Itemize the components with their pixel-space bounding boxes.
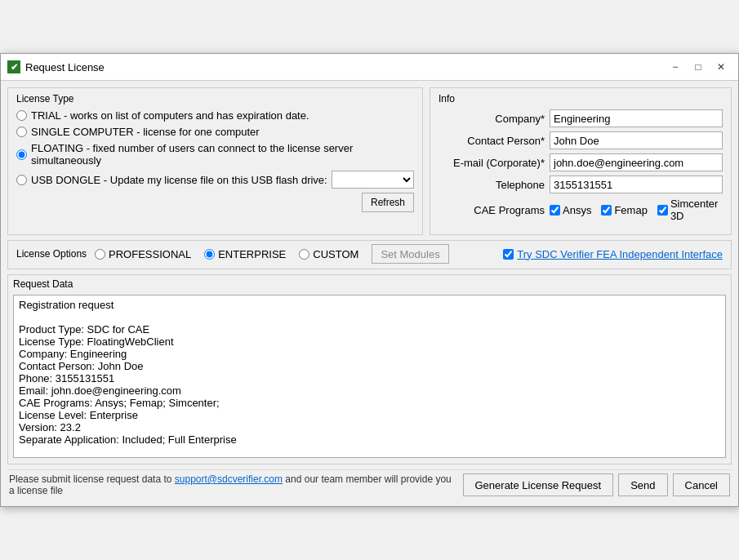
request-data-panel: Request Data Registration request Produc… [7,274,732,464]
cancel-button[interactable]: Cancel [673,473,730,496]
custom-option[interactable]: CUSTOM [299,248,358,260]
top-section: License Type TRIAL - works on list of co… [7,87,732,235]
trial-radio-row: TRIAL - works on list of computers and h… [16,109,414,122]
license-type-legend: License Type [16,93,414,104]
femap-label: Femap [614,204,647,216]
usb-radio-row: USB DONGLE - Update my license file on t… [16,171,414,189]
maximize-button[interactable]: □ [688,59,709,75]
professional-radio[interactable] [95,249,105,260]
single-radio[interactable] [16,127,27,137]
floating-radio[interactable] [16,149,27,160]
ansys-checkbox[interactable] [550,205,560,216]
contact-input[interactable] [550,131,723,149]
license-type-panel: License Type TRIAL - works on list of co… [7,87,423,235]
bottom-bar: Please submit license request data to su… [7,469,732,500]
window-icon: ✔ [7,60,20,73]
telephone-row: Telephone [439,176,723,193]
company-input[interactable] [550,109,723,127]
trial-label[interactable]: TRIAL - works on list of computers and h… [31,109,309,122]
request-data-textarea[interactable]: Registration request Product Type: SDC f… [13,295,726,458]
contact-label: Contact Person* [439,135,545,147]
custom-radio[interactable] [299,249,309,260]
request-data-legend: Request Data [13,278,726,290]
info-legend: Info [439,93,723,104]
close-button[interactable]: ✕ [710,59,732,75]
usb-label[interactable]: USB DONGLE - Update my license file on t… [31,174,327,186]
telephone-input[interactable] [550,176,723,193]
support-email-link[interactable]: support@sdcverifier.com [175,473,283,485]
floating-label[interactable]: FLOATING - fixed number of users can con… [31,142,414,167]
window-title: Request License [25,61,665,73]
titlebar: ✔ Request License − □ ✕ [1,54,738,81]
titlebar-controls: − □ ✕ [665,59,732,75]
sdc-link[interactable]: Try SDC Verifier FEA Independent Interfa… [517,248,723,260]
minimize-button[interactable]: − [665,59,686,75]
professional-option[interactable]: PROFESSIONAL [95,248,191,260]
refresh-button[interactable]: Refresh [362,193,414,212]
cae-programs-row: CAE Programs Ansys Femap Simcenter 3D [439,198,723,222]
ansys-label: Ansys [563,204,591,216]
email-row: E-mail (Corporate)* [439,153,723,171]
single-radio-row: SINGLE COMPUTER - license for one comput… [16,126,414,138]
company-label: Company* [439,113,545,125]
usb-select[interactable] [332,171,414,189]
contact-row: Contact Person* [439,131,723,149]
sdc-link-area: Try SDC Verifier FEA Independent Interfa… [503,248,723,260]
bottom-info-text: Please submit license request data to su… [9,473,463,496]
cae-checkboxes: Ansys Femap Simcenter 3D [550,198,723,222]
usb-radio[interactable] [16,175,27,185]
license-options-panel: License Options PROFESSIONAL ENTERPRISE … [7,240,732,269]
femap-checkbox[interactable] [601,205,612,216]
telephone-label: Telephone [439,179,545,191]
company-row: Company* [439,109,723,127]
trial-radio[interactable] [16,110,27,121]
sdc-checkbox[interactable] [503,249,514,260]
simcenter-label: Simcenter 3D [670,198,723,222]
enterprise-label: ENTERPRISE [218,248,286,260]
floating-radio-row: FLOATING - fixed number of users can con… [16,142,414,167]
info-text-start: Please submit license request data to [9,473,175,485]
email-label: E-mail (Corporate)* [439,157,545,169]
enterprise-option[interactable]: ENTERPRISE [204,248,286,260]
simcenter-check[interactable]: Simcenter 3D [657,198,723,222]
single-label[interactable]: SINGLE COMPUTER - license for one comput… [31,126,260,138]
set-modules-button[interactable]: Set Modules [372,244,448,264]
professional-label: PROFESSIONAL [109,248,191,260]
generate-button[interactable]: Generate License Request [463,473,614,496]
cae-label: CAE Programs [439,204,545,216]
ansys-check[interactable]: Ansys [550,204,591,216]
email-input[interactable] [550,153,723,171]
options-row: PROFESSIONAL ENTERPRISE CUSTOM Set Modul… [95,244,493,264]
action-buttons: Generate License Request Send Cancel [463,473,731,496]
license-options-legend: License Options [16,248,87,260]
femap-check[interactable]: Femap [601,204,647,216]
send-button[interactable]: Send [618,473,667,496]
window-content: License Type TRIAL - works on list of co… [1,81,738,506]
simcenter-checkbox[interactable] [657,205,668,216]
enterprise-radio[interactable] [204,249,215,260]
info-panel: Info Company* Contact Person* E-mail (Co… [430,87,732,235]
main-window: ✔ Request License − □ ✕ License Type TRI… [0,53,739,507]
custom-label: CUSTOM [313,248,358,260]
